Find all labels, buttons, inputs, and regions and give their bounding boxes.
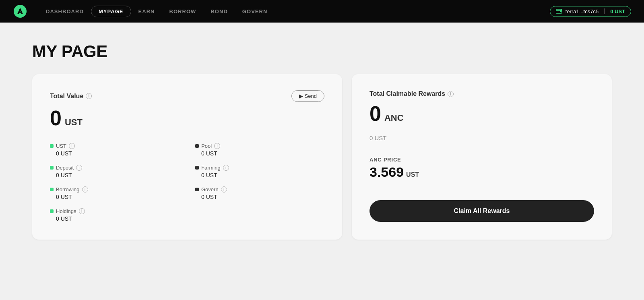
label-holdings: Holdings: [56, 208, 76, 214]
dot-deposit: [50, 166, 54, 170]
dot-holdings: [50, 209, 54, 213]
claimable-rewards-card: Total Claimable Rewards i 0 ANC 0 UST AN…: [352, 74, 612, 240]
total-value-number: 0: [50, 108, 62, 128]
value-deposit: 0 UST: [50, 172, 179, 178]
info-govern[interactable]: i: [221, 186, 227, 192]
info-deposit[interactable]: i: [76, 165, 82, 171]
info-holdings[interactable]: i: [79, 208, 85, 214]
nav-item-dashboard[interactable]: DASHBOARD: [39, 6, 91, 17]
main-nav: DASHBOARD MYPAGE EARN BORROW BOND GOVERN: [39, 6, 275, 17]
wallet-divider: [604, 8, 605, 14]
breakdown-deposit: Deposit i 0 UST: [50, 165, 179, 178]
nav-item-earn[interactable]: EARN: [131, 6, 162, 17]
main-content: MY PAGE Total Value i ▶ Send 0 UST: [0, 23, 644, 259]
claimable-rewards-sub: 0 UST: [369, 134, 594, 141]
info-borrowing[interactable]: i: [82, 186, 88, 192]
claimable-rewards-unit: ANC: [384, 113, 404, 123]
info-farming[interactable]: i: [223, 165, 229, 171]
value-borrowing: 0 UST: [50, 194, 179, 200]
anc-price-unit: UST: [406, 171, 419, 178]
wallet-balance: 0 UST: [610, 8, 625, 14]
claimable-rewards-number: 0: [369, 103, 381, 124]
total-value-title: Total Value i: [50, 93, 92, 100]
breakdown-holdings: Holdings i 0 UST: [50, 208, 179, 222]
total-value-card: Total Value i ▶ Send 0 UST UST i 0 UST: [32, 74, 342, 240]
page-title: MY PAGE: [32, 42, 612, 61]
breakdown-borrowing: Borrowing i 0 UST: [50, 186, 179, 200]
cards-row: Total Value i ▶ Send 0 UST UST i 0 UST: [32, 74, 612, 240]
anc-price-label: ANC PRICE: [369, 157, 594, 163]
claim-all-rewards-button[interactable]: Claim All Rewards: [369, 200, 594, 222]
value-farming: 0 UST: [195, 172, 324, 178]
label-borrowing: Borrowing: [56, 186, 80, 192]
anc-price-number: 3.569: [369, 164, 404, 180]
label-deposit: Deposit: [56, 165, 74, 171]
total-value-amount: 0 UST: [50, 108, 324, 128]
dot-borrowing: [50, 188, 54, 191]
nav-left: DASHBOARD MYPAGE EARN BORROW BOND GOVERN: [13, 4, 275, 19]
dot-farming: [195, 166, 199, 170]
nav-item-mypage[interactable]: MYPAGE: [91, 6, 131, 17]
label-govern: Govern: [201, 186, 219, 192]
breakdown-ust: UST i 0 UST: [50, 143, 179, 157]
logo[interactable]: [13, 4, 27, 19]
value-govern: 0 UST: [195, 194, 324, 200]
anc-price-section: ANC PRICE 3.569 UST: [369, 157, 594, 180]
nav-item-bond[interactable]: BOND: [203, 6, 235, 17]
info-ust[interactable]: i: [69, 143, 75, 149]
breakdown-grid: UST i 0 UST Pool i 0 UST: [50, 143, 324, 222]
dot-ust: [50, 144, 54, 148]
wallet-address: terra1...tcs7c5: [566, 8, 599, 14]
label-ust: UST: [56, 143, 66, 149]
breakdown-pool: Pool i 0 UST: [195, 143, 324, 157]
header: DASHBOARD MYPAGE EARN BORROW BOND GOVERN…: [0, 0, 644, 23]
svg-point-0: [14, 5, 27, 18]
send-button[interactable]: ▶ Send: [291, 90, 324, 102]
nav-item-borrow[interactable]: BORROW: [162, 6, 204, 17]
anc-price-row: 3.569 UST: [369, 164, 594, 180]
nav-item-govern[interactable]: GOVERN: [235, 6, 275, 17]
breakdown-govern: Govern i 0 UST: [195, 186, 324, 200]
value-ust: 0 UST: [50, 150, 179, 157]
claimable-rewards-info-icon[interactable]: i: [448, 91, 454, 97]
dot-pool: [195, 144, 199, 148]
total-value-info-icon[interactable]: i: [86, 93, 92, 99]
wallet-button[interactable]: terra1...tcs7c5 0 UST: [550, 6, 631, 17]
wallet-icon: [556, 9, 562, 14]
label-pool: Pool: [201, 143, 212, 149]
claimable-rewards-amount: 0 ANC: [369, 103, 594, 124]
label-farming: Farming: [201, 165, 221, 171]
card-header-left: Total Value i ▶ Send: [50, 90, 324, 102]
total-value-unit: UST: [65, 117, 83, 128]
value-pool: 0 UST: [195, 150, 324, 157]
breakdown-farming: Farming i 0 UST: [195, 165, 324, 178]
value-holdings: 0 UST: [50, 215, 179, 222]
claimable-rewards-title: Total Claimable Rewards i: [369, 90, 594, 97]
info-pool[interactable]: i: [214, 143, 220, 149]
dot-govern: [195, 188, 199, 191]
